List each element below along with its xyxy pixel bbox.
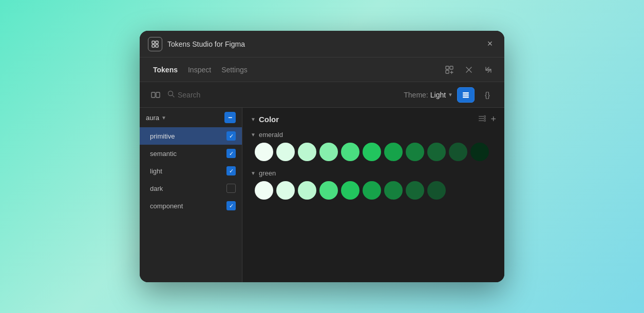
svg-point-17 [484,118,486,119]
list-options-icon[interactable] [478,114,486,125]
sidebar-item-light[interactable]: light ✓ [140,162,242,180]
section-toggle-icon[interactable]: ▼ [251,116,256,122]
color-swatch-emerald-4[interactable] [341,143,359,161]
collapse-icon[interactable] [481,62,496,77]
subsection-green: ▼ green [251,169,496,200]
color-swatch-green-4[interactable] [341,181,359,200]
theme-value: Light [430,91,446,99]
tab-tokens[interactable]: Tokens [148,63,183,77]
checkbox-light[interactable]: ✓ [226,166,236,175]
app-logo [148,37,162,51]
color-swatch-green-1[interactable] [276,181,295,200]
svg-rect-12 [463,96,469,98]
color-swatch-emerald-7[interactable] [406,143,424,161]
sidebar-group-chevron-icon: ▼ [161,115,166,121]
color-swatch-green-3[interactable] [319,181,338,200]
color-swatch-green-8[interactable] [427,181,446,200]
color-section-header: ▼ Color + [251,114,496,125]
color-swatch-emerald-0[interactable] [255,143,273,161]
checkbox-dark[interactable] [226,184,236,193]
sidebar-item-component[interactable]: component ✓ [140,197,242,214]
sidebar-item-label: light [150,167,226,175]
svg-rect-8 [156,92,160,97]
color-swatch-green-5[interactable] [363,181,381,200]
svg-point-16 [484,115,486,117]
svg-rect-13 [479,116,484,117]
subsection-title: green [259,169,276,177]
subsection-toggle-icon[interactable]: ▼ [251,132,256,138]
subsection-emerald-header: ▼ emerald [251,131,496,139]
checkbox-semantic[interactable]: ✓ [226,149,236,158]
nav-bar: Tokens Inspect Settings [140,57,504,82]
color-swatch-emerald-9[interactable] [449,143,467,161]
green-color-row [251,181,496,200]
color-swatch-green-0[interactable] [255,181,273,200]
svg-rect-14 [479,118,484,119]
color-swatch-emerald-6[interactable] [384,143,403,161]
close-button[interactable]: × [484,38,496,50]
search-input[interactable]: Search [178,91,200,99]
nav-icons [442,62,496,77]
view-json-button[interactable]: {} [479,87,496,103]
app-title: Tokens Studio for Figma [167,40,484,48]
add-token-button[interactable]: + [490,114,496,125]
color-swatch-green-2[interactable] [298,181,316,200]
color-swatch-green-7[interactable] [406,181,424,200]
color-swatch-emerald-8[interactable] [427,143,446,161]
view-list-button[interactable] [457,87,475,103]
sidebar: aura ▼ − primitive ✓ semantic ✓ light ✓ … [140,108,242,282]
sidebar-item-semantic[interactable]: semantic ✓ [140,145,242,162]
subsection-emerald: ▼ emerald [251,131,496,161]
svg-rect-10 [463,92,469,94]
subsection-green-header: ▼ green [251,169,496,177]
checkbox-primitive[interactable]: ✓ [226,131,236,141]
sidebar-item-label: component [150,202,226,210]
sidebar-item-dark[interactable]: dark [140,180,242,197]
toolbar: Search Theme: Light ▼ {} [140,82,504,108]
section-icons: + [478,114,496,125]
color-swatch-emerald-3[interactable] [319,143,338,161]
checkbox-component[interactable]: ✓ [226,201,236,210]
main-content: aura ▼ − primitive ✓ semantic ✓ light ✓ … [140,108,504,282]
branch-icon[interactable] [461,62,477,77]
subsection-toggle-icon[interactable]: ▼ [251,170,256,176]
color-swatch-emerald-5[interactable] [363,143,381,161]
theme-label: Theme: [404,91,428,99]
right-panel: ▼ Color + [242,108,504,282]
tab-settings[interactable]: Settings [216,63,253,77]
emerald-color-row [251,143,496,161]
search-wrapper: Search [167,90,400,99]
theme-chevron-icon: ▼ [448,92,453,97]
sidebar-group-minus-button[interactable]: − [224,112,236,123]
sidebar-group-name: aura [146,114,159,122]
svg-rect-15 [479,120,484,121]
svg-rect-1 [156,41,158,44]
tokens-studio-panel: Tokens Studio for Figma × Tokens Inspect… [140,31,504,282]
sidebar-item-label: semantic [150,150,226,158]
svg-rect-0 [152,41,155,44]
svg-rect-2 [152,45,155,47]
title-bar: Tokens Studio for Figma × [140,31,504,57]
svg-rect-6 [446,70,449,73]
color-swatch-green-6[interactable] [384,181,403,200]
color-swatch-emerald-2[interactable] [298,143,316,161]
section-title: Color [259,115,479,124]
sidebar-item-label: dark [150,185,226,192]
layout-toggle-button[interactable] [148,87,163,103]
svg-point-18 [484,120,486,121]
theme-selector[interactable]: Theme: Light ▼ [404,91,453,99]
sync-icon[interactable] [442,62,457,77]
tab-inspect[interactable]: Inspect [183,63,216,77]
svg-rect-3 [156,45,158,47]
svg-rect-5 [450,66,453,69]
svg-rect-11 [463,94,469,96]
svg-rect-4 [446,66,449,69]
sidebar-item-label: primitive [150,132,226,140]
svg-rect-7 [151,92,155,97]
sidebar-item-primitive[interactable]: primitive ✓ [140,127,242,145]
color-swatch-emerald-1[interactable] [276,143,295,161]
subsection-title: emerald [259,131,283,139]
color-swatch-emerald-10[interactable] [470,143,489,161]
sidebar-group-aura[interactable]: aura ▼ − [140,108,242,127]
search-icon [167,90,175,99]
